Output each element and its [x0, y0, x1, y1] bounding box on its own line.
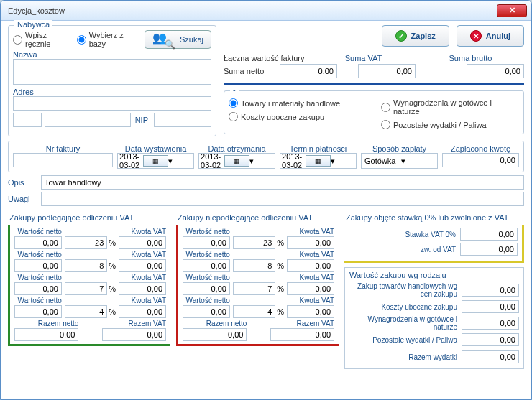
- radio-from-db[interactable]: Wybierz z bazy: [77, 31, 139, 48]
- net-input[interactable]: [14, 305, 62, 318]
- bytype-r3-input[interactable]: [462, 317, 519, 330]
- rate-input[interactable]: [233, 259, 275, 272]
- net-input[interactable]: [183, 236, 230, 249]
- bytype-r3-label: Wynagrodzenia w gotówce i naturze: [349, 315, 457, 331]
- net-input[interactable]: [183, 282, 230, 295]
- date-issue[interactable]: 2013-03-02▦▾: [117, 153, 194, 169]
- rate-input[interactable]: [65, 282, 107, 295]
- nip-label: NIP: [134, 116, 151, 124]
- category-group: -: [230, 85, 239, 94]
- sum-net-input[interactable]: [183, 328, 247, 341]
- sum-net-input[interactable]: [14, 328, 78, 341]
- save-button[interactable]: ✓Zapisz: [382, 25, 449, 47]
- name-label: Nazwa: [13, 50, 211, 59]
- bytype-r4-input[interactable]: [462, 333, 519, 346]
- bytype-r1-label: Zakup towarów handlowych wg cen zakupu: [349, 282, 457, 298]
- vat0-input[interactable]: [460, 228, 518, 241]
- opis-label: Opis: [8, 178, 37, 187]
- radio-manual[interactable]: Wpisz ręcznie: [13, 31, 71, 48]
- radio-sidecosts[interactable]: Koszty uboczne zakupu: [229, 112, 367, 121]
- date-due[interactable]: 2013-03-02▦▾: [280, 153, 357, 169]
- calendar-icon: ▦: [224, 155, 249, 167]
- sum-net-label: Suma netto: [224, 67, 274, 75]
- chevron-down-icon: ▾: [400, 157, 436, 166]
- bytype-title: Wartość zakupu wg rodzaju: [349, 271, 519, 282]
- bytype-r2-input[interactable]: [462, 300, 519, 313]
- rate-input[interactable]: [65, 305, 107, 318]
- window-title: Edycja_kosztow: [5, 6, 497, 15]
- search-button[interactable]: Szukaj: [145, 30, 211, 49]
- addr-input[interactable]: [13, 96, 211, 111]
- chevron-down-icon: ▾: [331, 157, 354, 166]
- sum-vat-input[interactable]: [102, 328, 166, 341]
- cancel-icon: ✕: [470, 30, 482, 42]
- cancel-button[interactable]: ✕Anuluj: [457, 25, 524, 47]
- rate-input[interactable]: [233, 305, 275, 318]
- close-button[interactable]: ✕: [497, 4, 527, 17]
- chevron-down-icon: ▾: [168, 157, 192, 166]
- bytype-r4-label: Pozostałe wydatki / Paliwa: [349, 336, 457, 344]
- search-people-icon: [152, 31, 175, 48]
- check-icon: ✓: [395, 30, 407, 42]
- net-input[interactable]: [183, 259, 230, 272]
- bytype-sum-input[interactable]: [462, 350, 519, 363]
- zip-input[interactable]: [13, 113, 42, 127]
- bytype-r1-input[interactable]: [462, 284, 519, 297]
- radio-salary[interactable]: Wynagrodzenia w gotówce i naturze: [381, 98, 519, 116]
- calendar-icon: ▦: [143, 155, 168, 167]
- paid-input[interactable]: [442, 153, 519, 167]
- vat-input[interactable]: [287, 305, 334, 318]
- net-input[interactable]: [14, 259, 62, 272]
- uwagi-input[interactable]: [41, 192, 524, 206]
- vat-noded-panel: Wartość netto %Kwota VATWartość netto %K…: [176, 225, 339, 346]
- vat-ded-panel: Wartość netto %Kwota VATWartość netto %K…: [8, 225, 170, 346]
- sum-gross-input[interactable]: [467, 64, 524, 78]
- sum-vat-input[interactable]: [358, 64, 416, 78]
- date-recv[interactable]: 2013-03-02▦▾: [198, 153, 275, 169]
- nip-input[interactable]: [154, 113, 211, 127]
- paytype-label: Sposób zapłaty: [361, 144, 438, 153]
- nr-label: Nr faktury: [13, 144, 113, 153]
- vat-exempt-label: zw. od VAT: [349, 246, 456, 254]
- paytype-select[interactable]: Gotówka▾: [361, 153, 438, 169]
- titlebar: Edycja_kosztow ✕: [1, 1, 531, 21]
- sum-net-input[interactable]: [280, 64, 337, 78]
- opis-input[interactable]: [41, 175, 524, 190]
- chevron-down-icon: ▾: [249, 157, 273, 166]
- city-input[interactable]: [45, 113, 131, 127]
- vat-input[interactable]: [287, 259, 334, 272]
- uwagi-label: Uwagi: [8, 195, 37, 203]
- bytype-r2-label: Koszty uboczne zakupu: [349, 303, 457, 311]
- rate-input[interactable]: [65, 236, 107, 249]
- sum-vat-input[interactable]: [270, 328, 334, 341]
- name-input[interactable]: [13, 59, 211, 85]
- paid-label: Zapłacono kwotę: [442, 144, 519, 153]
- totals-title: Łączna wartość faktury: [224, 54, 305, 62]
- vat-input[interactable]: [287, 282, 334, 295]
- vat0-label: Stawka VAT 0%: [349, 231, 456, 238]
- bytype-sum-label: Razem wydatki: [349, 353, 457, 361]
- vat-exempt-input[interactable]: [460, 243, 518, 256]
- vat-noded-title: Zakupy niepodlegające odliczeniu VAT: [176, 212, 339, 225]
- sum-gross-label: Suma brutto: [417, 54, 524, 62]
- radio-goods[interactable]: Towary i materiały handlowe: [229, 98, 367, 108]
- rate-input[interactable]: [65, 259, 107, 272]
- vat-input[interactable]: [119, 305, 166, 318]
- vat-zero-title: Zakupy objęte stawką 0% lub zwolnione z …: [344, 212, 524, 225]
- nr-input[interactable]: [13, 153, 113, 167]
- vat-input[interactable]: [287, 236, 334, 249]
- vat-input[interactable]: [119, 236, 166, 249]
- net-input[interactable]: [14, 236, 62, 249]
- vat-ded-title: Zakupy podlegające odliczeniu VAT: [8, 212, 170, 225]
- addr-label: Adres: [13, 88, 211, 96]
- vat-input[interactable]: [119, 259, 166, 272]
- net-input[interactable]: [183, 305, 230, 318]
- radio-other[interactable]: Pozostałe wydatki / Paliwa: [381, 120, 519, 129]
- rate-input[interactable]: [233, 282, 275, 295]
- calendar-icon: ▦: [306, 155, 331, 167]
- buyer-group-title: Nabywca: [14, 20, 52, 29]
- vat-input[interactable]: [119, 282, 166, 295]
- net-input[interactable]: [14, 282, 62, 295]
- rate-input[interactable]: [233, 236, 275, 249]
- sum-vat-label: Suma VAT: [310, 54, 417, 62]
